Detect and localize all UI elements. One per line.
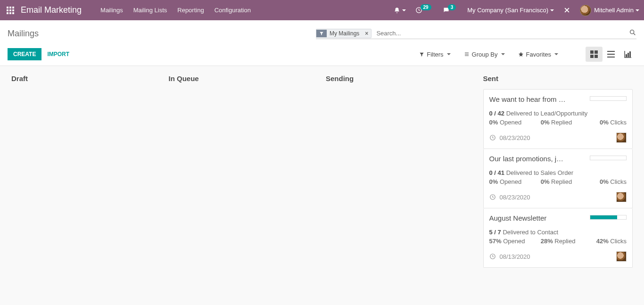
svg-rect-3: [7, 9, 8, 11]
user-name: Mitchell Admin: [594, 7, 634, 14]
svg-rect-11: [590, 50, 594, 54]
facet-remove-icon[interactable]: ×: [362, 30, 371, 37]
svg-rect-4: [9, 9, 11, 11]
svg-rect-20: [629, 51, 631, 57]
kanban-view-button[interactable]: [586, 47, 603, 62]
svg-rect-14: [594, 55, 598, 58]
favorites-label: Favorites: [526, 51, 551, 58]
svg-rect-6: [7, 12, 8, 14]
user-menu[interactable]: Mitchell Admin: [580, 5, 639, 16]
apps-icon[interactable]: [5, 6, 14, 14]
column-title: Sent: [483, 72, 633, 89]
search-icon[interactable]: [629, 29, 636, 38]
card-date: 08/13/2020: [500, 253, 530, 260]
search-bar[interactable]: My Mailings ×: [316, 28, 636, 39]
clock-icon: [489, 253, 496, 260]
svg-rect-17: [607, 57, 615, 58]
clock-icon: [489, 134, 496, 141]
clock-icon: [489, 194, 496, 200]
stats-row: 0% Opened 0% Replied 0% Clicks: [489, 178, 627, 185]
stats-row: 0% Opened 0% Replied 0% Clicks: [489, 119, 627, 126]
filters-dropdown[interactable]: Filters: [419, 51, 450, 58]
create-button[interactable]: Create: [8, 48, 41, 60]
menu-reporting[interactable]: Reporting: [177, 7, 204, 14]
company-name: My Company (San Francisco): [467, 7, 548, 14]
card-date: 08/23/2020: [500, 134, 530, 141]
debug-icon[interactable]: [563, 7, 570, 14]
stats-row: 57% Opened 28% Replied 42% Clicks: [489, 238, 627, 245]
svg-rect-12: [594, 50, 598, 54]
search-facet: My Mailings ×: [316, 29, 372, 38]
kanban-board: Draft In Queue Sending Sent We want to h…: [0, 66, 644, 273]
column-sending: Sending: [322, 72, 479, 268]
delivered-line: 5 / 7 Delivered to Contact: [489, 229, 627, 236]
card-title: Our last promotions, j…: [489, 155, 564, 163]
breadcrumb: Mailings: [8, 29, 39, 39]
company-switcher[interactable]: My Company (San Francisco): [467, 7, 554, 14]
notifications-dropdown[interactable]: [394, 7, 406, 14]
card-title: We want to hear from …: [489, 95, 566, 103]
top-menu: Mailings Mailing Lists Reporting Configu…: [100, 7, 251, 14]
card-title: August Newsletter: [489, 214, 547, 222]
list-icon: [464, 51, 470, 57]
messages-badge: 3: [448, 4, 456, 10]
svg-rect-19: [627, 53, 629, 57]
column-sent: Sent We want to hear from … 0 / 42 Deliv…: [479, 72, 637, 268]
svg-rect-5: [12, 9, 14, 11]
progress-fill: [590, 215, 617, 219]
search-input[interactable]: [374, 28, 636, 39]
app-title[interactable]: Email Marketing: [21, 5, 82, 15]
owner-avatar: [616, 132, 627, 143]
svg-rect-15: [607, 51, 615, 52]
user-avatar: [580, 5, 591, 16]
card-date: 08/23/2020: [500, 194, 530, 201]
favorites-dropdown[interactable]: Favorites: [518, 51, 558, 58]
delivered-line: 0 / 41 Delivered to Sales Order: [489, 169, 627, 176]
progress-bar: [590, 156, 627, 160]
mailing-card[interactable]: August Newsletter 5 / 7 Delivered to Con…: [483, 208, 633, 268]
menu-configuration[interactable]: Configuration: [215, 7, 251, 14]
svg-rect-1: [9, 7, 11, 8]
column-title: Sending: [326, 72, 476, 89]
view-switcher: [586, 47, 636, 62]
menu-mailing-lists[interactable]: Mailing Lists: [133, 7, 167, 14]
column-title: Draft: [11, 72, 161, 89]
column-draft: Draft: [8, 72, 165, 268]
funnel-icon: [419, 52, 424, 57]
facet-label: My Mailings: [327, 29, 362, 38]
svg-point-10: [630, 30, 634, 34]
mailing-card[interactable]: We want to hear from … 0 / 42 Delivered …: [483, 89, 633, 149]
groupby-label: Group By: [472, 51, 498, 58]
mailing-card[interactable]: Our last promotions, j… 0 / 41 Delivered…: [483, 149, 633, 208]
svg-rect-0: [7, 7, 8, 8]
svg-rect-18: [626, 54, 627, 57]
delivered-line: 0 / 42 Delivered to Lead/Opportunity: [489, 110, 627, 117]
graph-view-button[interactable]: [619, 47, 636, 62]
top-right: 29 3 My Company (San Francisco) Mitchell…: [394, 5, 639, 16]
svg-rect-16: [607, 54, 615, 55]
control-panel: Mailings My Mailings × Create Import Fil…: [0, 20, 644, 66]
svg-rect-7: [9, 12, 11, 14]
menu-mailings[interactable]: Mailings: [100, 7, 123, 14]
topbar: Email Marketing Mailings Mailing Lists R…: [0, 0, 644, 20]
owner-avatar: [616, 192, 627, 202]
groupby-dropdown[interactable]: Group By: [464, 51, 505, 58]
progress-bar: [590, 215, 627, 220]
import-button[interactable]: Import: [41, 48, 75, 60]
svg-rect-13: [590, 55, 594, 58]
column-in-queue: In Queue: [165, 72, 322, 268]
activities-badge: 29: [421, 4, 431, 10]
messages-button[interactable]: 3: [443, 7, 458, 14]
filters-label: Filters: [427, 51, 443, 58]
progress-bar: [590, 96, 627, 101]
list-view-button[interactable]: [603, 47, 619, 62]
star-icon: [518, 51, 524, 57]
svg-rect-2: [12, 7, 14, 8]
owner-avatar: [616, 251, 627, 262]
activities-button[interactable]: 29: [415, 7, 433, 14]
svg-rect-8: [12, 12, 14, 14]
column-title: In Queue: [169, 72, 319, 89]
filter-icon: [316, 30, 327, 37]
